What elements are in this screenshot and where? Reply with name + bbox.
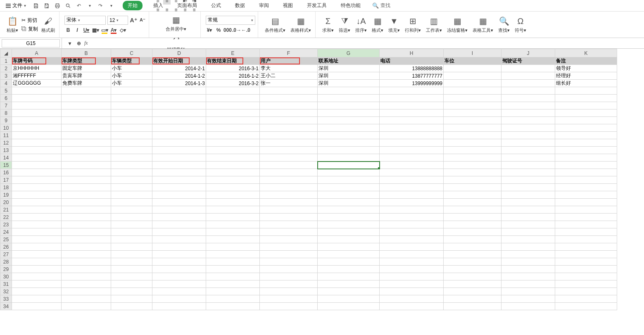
row-header-7[interactable]: 7: [0, 102, 12, 109]
cell-K18[interactable]: [555, 184, 617, 191]
cell-A4[interactable]: 辽GGGGGG: [12, 80, 62, 87]
cell-A13[interactable]: [12, 147, 62, 154]
currency-button[interactable]: ¥▾: [206, 26, 213, 34]
cell-K9[interactable]: [555, 117, 617, 124]
cell-B5[interactable]: [62, 87, 111, 95]
row-header-29[interactable]: 29: [0, 266, 12, 273]
cell-I2[interactable]: [444, 65, 501, 72]
cell-F32[interactable]: [260, 288, 318, 295]
cell-A9[interactable]: [12, 117, 62, 124]
cell-G17[interactable]: [318, 176, 380, 184]
cell-H32[interactable]: [380, 288, 444, 295]
cell-H11[interactable]: [380, 132, 444, 139]
row-header-9[interactable]: 9: [0, 117, 12, 124]
cell-I4[interactable]: [444, 80, 501, 87]
cell-D19[interactable]: [152, 191, 206, 199]
name-box-input[interactable]: [2, 39, 60, 48]
cell-D9[interactable]: [152, 117, 206, 124]
col-header-F[interactable]: F: [260, 49, 318, 57]
cell-K13[interactable]: [555, 147, 617, 154]
cell-F19[interactable]: [260, 191, 318, 199]
cell-H13[interactable]: [380, 147, 444, 154]
cell-B33[interactable]: [62, 295, 111, 303]
cell-D6[interactable]: [152, 95, 206, 102]
cell-F27[interactable]: [260, 251, 318, 258]
cell-D2[interactable]: 2014-2-1: [152, 65, 206, 72]
cell-D25[interactable]: [152, 236, 206, 243]
cell-C8[interactable]: [111, 109, 152, 117]
redo-dropdown-icon[interactable]: ▾: [108, 2, 114, 9]
font-color-button[interactable]: A▾: [110, 26, 117, 34]
cell-G33[interactable]: [318, 295, 380, 303]
cell-F22[interactable]: [260, 214, 318, 221]
cell-A16[interactable]: [12, 169, 62, 176]
row-header-13[interactable]: 13: [0, 147, 12, 154]
cell-G15[interactable]: [318, 162, 380, 169]
cell-E28[interactable]: [206, 258, 260, 266]
cell-J24[interactable]: [501, 228, 555, 236]
align-center-button[interactable]: ≡: [163, 6, 171, 14]
cell-C4[interactable]: 小车: [111, 80, 152, 87]
cell-H19[interactable]: [380, 191, 444, 199]
cell-I19[interactable]: [444, 191, 501, 199]
cell-J27[interactable]: [501, 251, 555, 258]
cell-I10[interactable]: [444, 124, 501, 132]
align-bottom-button[interactable]: ≡: [172, 0, 180, 5]
cell-D33[interactable]: [152, 295, 206, 303]
cell-D23[interactable]: [152, 221, 206, 228]
cell-B32[interactable]: [62, 288, 111, 295]
cell-E2[interactable]: 2016-3-1: [206, 65, 260, 72]
cell-I9[interactable]: [444, 117, 501, 124]
col-header-D[interactable]: D: [152, 49, 206, 57]
cell-F24[interactable]: [260, 228, 318, 236]
cell-C30[interactable]: [111, 273, 152, 280]
merge-cells-button[interactable]: ▦合并居中▾: [164, 14, 188, 33]
cell-A32[interactable]: [12, 288, 62, 295]
cell-F2[interactable]: 李大: [260, 65, 318, 72]
cell-A30[interactable]: [12, 273, 62, 280]
cell-F26[interactable]: [260, 243, 318, 251]
cell-C7[interactable]: [111, 102, 152, 109]
cell-F23[interactable]: [260, 221, 318, 228]
cell-B3[interactable]: 贵宾车牌: [62, 72, 111, 80]
increase-decimal-button[interactable]: .0→: [233, 26, 240, 34]
align-right-button[interactable]: ≡: [172, 6, 180, 14]
align-justify-button[interactable]: ≡: [181, 6, 189, 14]
cell-D14[interactable]: [152, 154, 206, 162]
cell-K6[interactable]: [555, 95, 617, 102]
cell-C22[interactable]: [111, 214, 152, 221]
cell-I21[interactable]: [444, 206, 501, 214]
cell-K22[interactable]: [555, 214, 617, 221]
cell-E3[interactable]: 2016-1-2: [206, 72, 260, 80]
cell-H1[interactable]: 电话: [380, 57, 444, 65]
cell-C34[interactable]: [111, 303, 152, 310]
cell-K17[interactable]: [555, 176, 617, 184]
row-header-28[interactable]: 28: [0, 258, 12, 266]
find-button[interactable]: 🔍查找▾: [497, 15, 511, 34]
cell-C6[interactable]: [111, 95, 152, 102]
cell-D4[interactable]: 2014-1-3: [152, 80, 206, 87]
cell-A10[interactable]: [12, 124, 62, 132]
cell-C13[interactable]: [111, 147, 152, 154]
cell-G28[interactable]: [318, 258, 380, 266]
cell-K26[interactable]: [555, 243, 617, 251]
cell-H30[interactable]: [380, 273, 444, 280]
cell-A6[interactable]: [12, 95, 62, 102]
cell-D3[interactable]: 2014-1-2: [152, 72, 206, 80]
cell-C31[interactable]: [111, 280, 152, 288]
cell-F16[interactable]: [260, 169, 318, 176]
decrease-decimal-button[interactable]: ←.0: [242, 26, 250, 34]
cell-H34[interactable]: [380, 303, 444, 310]
cell-E12[interactable]: [206, 139, 260, 147]
cell-F12[interactable]: [260, 139, 318, 147]
cell-H24[interactable]: [380, 228, 444, 236]
align-middle-button[interactable]: ≡: [163, 0, 171, 5]
bold-button[interactable]: B: [64, 26, 72, 34]
cell-J29[interactable]: [501, 266, 555, 273]
cell-E25[interactable]: [206, 236, 260, 243]
cell-B22[interactable]: [62, 214, 111, 221]
col-header-G[interactable]: G: [318, 49, 380, 57]
cell-F20[interactable]: [260, 199, 318, 206]
col-header-E[interactable]: E: [206, 49, 260, 57]
cell-E9[interactable]: [206, 117, 260, 124]
